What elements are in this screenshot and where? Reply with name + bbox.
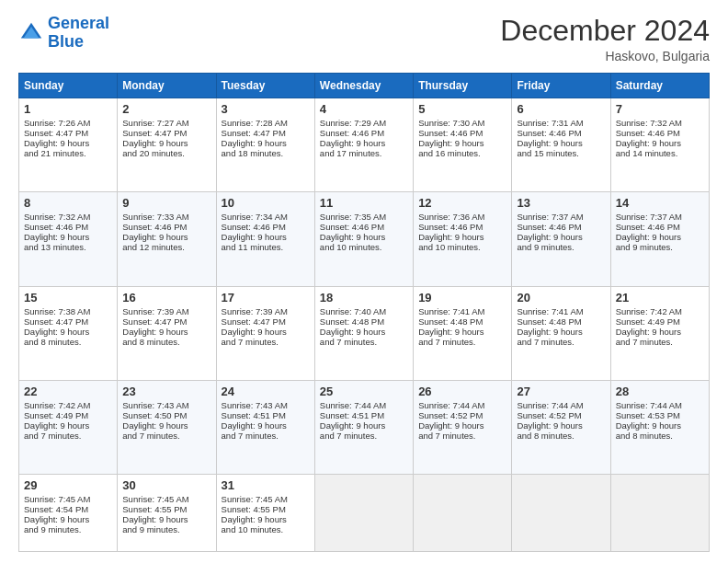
title-block: December 2024 Haskovo, Bulgaria [500,15,710,63]
table-row: 19Sunrise: 7:41 AMSunset: 4:48 PMDayligh… [414,286,512,380]
table-row: 26Sunrise: 7:44 AMSunset: 4:52 PMDayligh… [414,381,512,475]
table-row: 4Sunrise: 7:29 AMSunset: 4:46 PMDaylight… [314,98,413,192]
table-row: 24Sunrise: 7:43 AMSunset: 4:51 PMDayligh… [216,381,314,475]
header-wednesday: Wednesday [314,74,413,98]
table-row: 23Sunrise: 7:43 AMSunset: 4:50 PMDayligh… [118,381,216,475]
page: General Blue December 2024 Haskovo, Bulg… [0,0,728,563]
logo-icon [18,20,44,46]
table-row [414,475,512,552]
table-row: 28Sunrise: 7:44 AMSunset: 4:53 PMDayligh… [610,381,709,475]
table-row: 20Sunrise: 7:41 AMSunset: 4:48 PMDayligh… [512,286,610,380]
header: General Blue December 2024 Haskovo, Bulg… [18,15,710,63]
calendar-table: Sunday Monday Tuesday Wednesday Thursday… [18,73,710,552]
table-row: 17Sunrise: 7:39 AMSunset: 4:47 PMDayligh… [216,286,314,380]
table-row: 22Sunrise: 7:42 AMSunset: 4:49 PMDayligh… [19,381,118,475]
table-row: 29Sunrise: 7:45 AMSunset: 4:54 PMDayligh… [19,475,118,552]
header-sunday: Sunday [19,74,118,98]
table-row: 30Sunrise: 7:45 AMSunset: 4:55 PMDayligh… [118,475,216,552]
table-row: 15Sunrise: 7:38 AMSunset: 4:47 PMDayligh… [19,286,118,380]
table-row: 13Sunrise: 7:37 AMSunset: 4:46 PMDayligh… [512,192,610,286]
table-row [314,475,413,552]
table-row: 27Sunrise: 7:44 AMSunset: 4:52 PMDayligh… [512,381,610,475]
table-row: 3Sunrise: 7:28 AMSunset: 4:47 PMDaylight… [216,98,314,192]
table-row: 18Sunrise: 7:40 AMSunset: 4:48 PMDayligh… [314,286,413,380]
table-row: 10Sunrise: 7:34 AMSunset: 4:46 PMDayligh… [216,192,314,286]
table-row: 25Sunrise: 7:44 AMSunset: 4:51 PMDayligh… [314,381,413,475]
header-friday: Friday [512,74,610,98]
header-saturday: Saturday [610,74,709,98]
calendar-header-row: Sunday Monday Tuesday Wednesday Thursday… [19,74,710,98]
table-row: 16Sunrise: 7:39 AMSunset: 4:47 PMDayligh… [118,286,216,380]
logo: General Blue [18,15,109,52]
table-row: 2Sunrise: 7:27 AMSunset: 4:47 PMDaylight… [118,98,216,192]
header-thursday: Thursday [414,74,512,98]
table-row: 6Sunrise: 7:31 AMSunset: 4:46 PMDaylight… [512,98,610,192]
table-row: 21Sunrise: 7:42 AMSunset: 4:49 PMDayligh… [610,286,709,380]
location: Haskovo, Bulgaria [500,49,710,63]
header-tuesday: Tuesday [216,74,314,98]
table-row: 9Sunrise: 7:33 AMSunset: 4:46 PMDaylight… [118,192,216,286]
table-row [610,475,709,552]
table-row [512,475,610,552]
table-row: 5Sunrise: 7:30 AMSunset: 4:46 PMDaylight… [414,98,512,192]
logo-text: General Blue [48,15,109,52]
table-row: 12Sunrise: 7:36 AMSunset: 4:46 PMDayligh… [414,192,512,286]
table-row: 8Sunrise: 7:32 AMSunset: 4:46 PMDaylight… [19,192,118,286]
table-row: 1Sunrise: 7:26 AMSunset: 4:47 PMDaylight… [19,98,118,192]
table-row: 31Sunrise: 7:45 AMSunset: 4:55 PMDayligh… [216,475,314,552]
table-row: 7Sunrise: 7:32 AMSunset: 4:46 PMDaylight… [610,98,709,192]
header-monday: Monday [118,74,216,98]
month-title: December 2024 [500,15,710,47]
table-row: 14Sunrise: 7:37 AMSunset: 4:46 PMDayligh… [610,192,709,286]
table-row: 11Sunrise: 7:35 AMSunset: 4:46 PMDayligh… [314,192,413,286]
